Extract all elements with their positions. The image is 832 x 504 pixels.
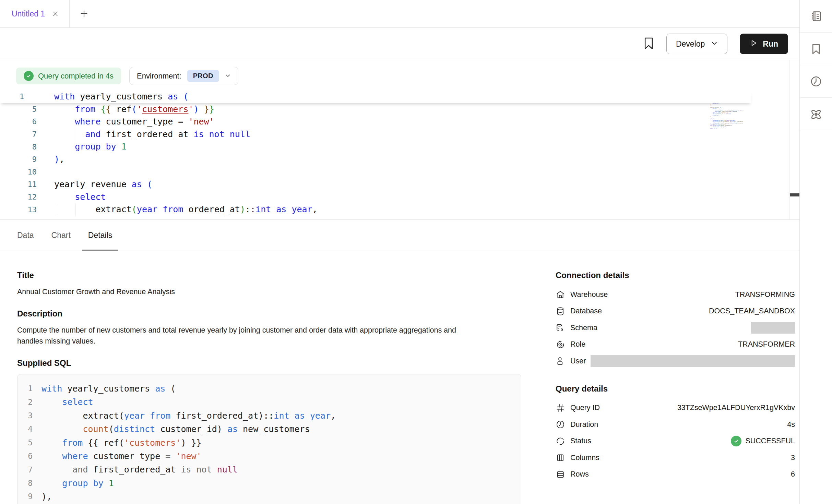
environment-selector[interactable]: Environment: PROD: [129, 67, 238, 85]
tab-data[interactable]: Data: [17, 220, 34, 251]
database-icon: [556, 307, 565, 316]
catalog-notebook-icon: [810, 10, 822, 23]
detail-row-query-id: Query ID33TZseWpe1ALFDUYerxR1gVKxbv: [556, 400, 795, 417]
editor-line[interactable]: 12 select: [0, 191, 751, 204]
line-number: 8: [0, 143, 37, 151]
line-number: 8: [17, 479, 33, 487]
sidebar-button-catalog-notebook[interactable]: [800, 0, 832, 33]
detail-row-columns: Columns3: [556, 449, 795, 466]
scrollbar-thumb[interactable]: [790, 193, 799, 196]
code-text: and first_ordered_at is not null: [41, 463, 238, 476]
detail-row-role: RoleTRANSFORMER: [556, 336, 795, 353]
code-text[interactable]: extract(year from ordered_at)::int as ye…: [54, 203, 318, 216]
detail-label: Query ID: [570, 404, 600, 412]
detail-value: 6: [791, 470, 795, 479]
editor-line[interactable]: 13 extract(year from ordered_at)::int as…: [0, 203, 751, 216]
editor-scrollbar[interactable]: [789, 60, 799, 219]
detail-value: DOCS_TEAM_SANDBOX: [709, 307, 795, 315]
detail-label: Status: [570, 437, 591, 445]
code-text: group by 1: [41, 477, 114, 490]
line-number: 7: [17, 466, 33, 474]
code-text: where customer_type = 'new': [41, 449, 202, 463]
check-circle-icon: [24, 71, 34, 81]
detail-label: Columns: [570, 454, 599, 462]
line-number: 10: [0, 168, 37, 176]
schema-icon: [556, 323, 565, 333]
code-lines[interactable]: 1with yearly_customers as (5 from {{ ref…: [0, 91, 751, 216]
code-text[interactable]: where customer_type = 'new': [54, 116, 214, 128]
query-description: Compute the number of new customers and …: [17, 325, 480, 347]
editor-line[interactable]: 7 and first_ordered_at is not null: [0, 128, 751, 141]
close-icon[interactable]: [52, 10, 59, 17]
history-clock-icon: [810, 75, 822, 88]
detail-value: TRANSFORMER: [738, 340, 795, 349]
line-number: 9: [0, 156, 37, 163]
tab-details[interactable]: Details: [88, 220, 112, 251]
sidebar-button-history-clock[interactable]: [800, 65, 832, 98]
supplied-sql-line: 3 extract(year from first_ordered_at)::i…: [17, 409, 521, 422]
sidebar-button-bookmark[interactable]: [800, 33, 832, 65]
tab-chart[interactable]: Chart: [51, 220, 71, 251]
code-text: from {{ ref('customers') }}: [41, 436, 202, 449]
warehouse-icon: [556, 290, 565, 299]
code-text[interactable]: and first_ordered_at is not null: [54, 128, 250, 141]
code-text[interactable]: with yearly_customers as (: [54, 91, 188, 103]
editor-line[interactable]: 11yearly_revenue as (: [0, 178, 751, 191]
code-text[interactable]: group by 1: [54, 141, 127, 153]
code-text: select: [41, 395, 93, 409]
ide-app: Untitled 1 Develop: [0, 0, 832, 504]
editor-line[interactable]: 1with yearly_customers as (: [0, 91, 751, 103]
run-label: Run: [763, 39, 778, 49]
run-button[interactable]: Run: [740, 34, 788, 54]
detail-value: 4s: [787, 420, 795, 429]
status-value: SUCCESSFUL: [731, 436, 795, 446]
plus-icon: [79, 9, 89, 19]
supplied-sql-block: 1with yearly_customers as (2 select3 ext…: [17, 374, 521, 504]
line-number: 7: [0, 131, 37, 138]
check-circle-icon: [731, 436, 741, 446]
code-text[interactable]: yearly_revenue as (: [54, 178, 152, 191]
develop-dropdown-button[interactable]: Develop: [666, 34, 727, 54]
code-text[interactable]: ),: [54, 153, 64, 166]
new-tab-button[interactable]: [79, 0, 89, 27]
editor-line[interactable]: 8 group by 1: [0, 141, 751, 153]
line-number: 4: [17, 425, 33, 433]
code-text: with yearly_customers as (: [41, 382, 176, 395]
sidebar-button-mesh[interactable]: [800, 98, 832, 130]
detail-row-user: User: [556, 353, 795, 370]
detail-row-schema: Schema: [556, 320, 795, 336]
query-status-text: Query completed in 4s: [38, 72, 114, 81]
detail-label: Role: [570, 340, 585, 349]
detail-label: Schema: [570, 324, 597, 332]
role-icon: [556, 340, 565, 349]
detail-label: Duration: [570, 420, 598, 429]
bookmark-icon: [810, 43, 822, 55]
environment-badge: PROD: [187, 70, 219, 82]
bookmark-button[interactable]: [643, 37, 654, 51]
query-title: Annual Customer Growth and Revenue Analy…: [17, 286, 480, 297]
bookmark-icon: [643, 37, 654, 51]
editor-line[interactable]: 9),: [0, 153, 751, 166]
line-number: 2: [17, 398, 33, 406]
sql-editor[interactable]: Query completed in 4s Environment: PROD …: [0, 60, 799, 220]
columns-icon: [556, 453, 565, 463]
line-number: 5: [0, 106, 37, 113]
editor-line[interactable]: 10: [0, 166, 751, 179]
supplied-sql-line: 7 and first_ordered_at is not null: [17, 463, 521, 476]
code-text[interactable]: from {{ ref('customers') }}: [54, 103, 214, 116]
editor-line[interactable]: 6 where customer_type = 'new': [0, 116, 751, 128]
detail-label: User: [570, 357, 586, 365]
line-number: 12: [0, 193, 37, 201]
supplied-sql-line: 2 select: [17, 395, 521, 409]
spinner-icon: [556, 436, 565, 446]
tab-divider: [69, 0, 70, 27]
result-tab-bar: DataChartDetails: [0, 220, 799, 251]
clock-icon: [556, 420, 565, 429]
query-details-heading: Query details: [556, 384, 795, 394]
line-number: 6: [17, 452, 33, 460]
supplied-sql-line: 1with yearly_customers as (: [17, 382, 521, 395]
editor-line[interactable]: 5 from {{ ref('customers') }}: [0, 103, 751, 116]
tab-untitled-1[interactable]: Untitled 1: [0, 0, 69, 27]
connection-details-rows: WarehouseTRANSFORMINGDatabaseDOCS_TEAM_S…: [556, 286, 795, 370]
code-text[interactable]: select: [54, 191, 106, 204]
